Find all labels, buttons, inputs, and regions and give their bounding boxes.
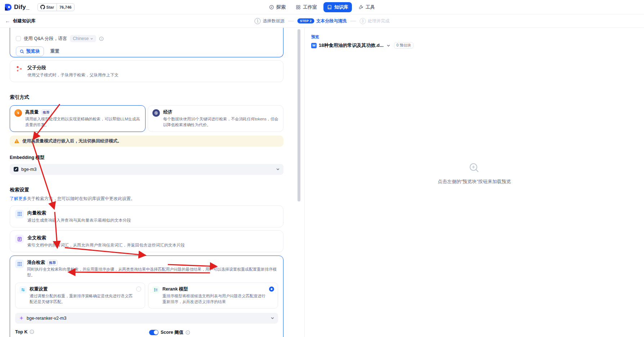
page-title: 创建知识库	[13, 18, 36, 24]
star-label: Star	[46, 5, 54, 9]
economical-title: 经济	[163, 109, 172, 115]
back-button[interactable]: ← 创建知识库	[5, 18, 36, 24]
hybrid-search-icon	[15, 260, 24, 268]
estimated-chunks-badge: 0 预估块	[394, 42, 413, 49]
index-method-heading: 索引方式	[10, 94, 283, 101]
back-arrow-icon: ←	[5, 18, 10, 23]
qa-segmentation-checkbox[interactable]	[16, 36, 21, 41]
qa-segmentation-row: 使用 Q&A 分段，语言 Chinese	[16, 35, 277, 42]
step-indicator: 1 选择数据源 STEP 2 文本分段与清洗 3 处理并完成	[255, 18, 390, 24]
qa-segmentation-label: 使用 Q&A 分段，语言	[24, 36, 67, 42]
learn-more-link[interactable]: 了解更多	[10, 196, 27, 201]
high-quality-title: 高质量	[25, 109, 39, 115]
economical-desc: 每个数据块使用10个关键词进行检索，不会消耗任何tokens，但会以降低检索准确…	[163, 116, 279, 128]
step-3-number: 3	[359, 18, 366, 24]
step-3: 3 处理并完成	[359, 18, 389, 24]
weight-settings-option[interactable]: 权重设置 通过调整分配的权重，重新排序策略确定是优先进行语义匹配还是关键字匹配。	[15, 283, 145, 309]
fulltext-search-title: 全文检索	[27, 235, 185, 241]
embedding-model-value: bge-m3	[21, 167, 36, 172]
parent-child-desc: 使用父子模式时，子块用于检索，父块用作上下文	[27, 72, 118, 78]
chevron-down-icon	[276, 167, 280, 171]
rerank-model-select[interactable]: bge-reranker-v2-m3	[15, 313, 278, 324]
index-option-high-quality[interactable]: 高质量 推荐 调用嵌入模型处理文档以实现更精确的检索，可以帮助LLM生成高质量的…	[10, 105, 146, 132]
language-value: Chinese	[73, 36, 89, 41]
rerank-model-icon	[152, 286, 160, 293]
nav-item-explore[interactable]: 探索	[265, 2, 289, 12]
index-option-economical[interactable]: 经济 每个数据块使用10个关键词进行检索，不会消耗任何tokens，但会以降低检…	[148, 105, 283, 132]
tools-icon	[358, 5, 363, 10]
score-threshold-toggle[interactable]	[149, 330, 158, 335]
knowledge-icon	[327, 5, 332, 10]
top-k-label: Top K	[15, 329, 27, 334]
preview-magnifier-icon	[468, 162, 480, 174]
step-divider	[288, 21, 294, 21]
retrieval-settings-heading: 检索设置	[10, 187, 283, 193]
weight-settings-title: 权重设置	[30, 286, 135, 292]
info-icon	[99, 36, 104, 41]
language-select[interactable]: Chinese	[70, 35, 96, 42]
nav-item-knowledge[interactable]: 知识库	[323, 2, 352, 12]
github-star-widget[interactable]: Star 76,746	[37, 3, 75, 11]
fulltext-search-desc: 索引文档中的所有词汇，从而允许用户查询任意词汇，并返回包含这些词汇的文本片段	[27, 242, 185, 248]
preview-empty-state: 点击左侧的“预览块”按钮来加载预览	[305, 162, 644, 185]
preview-badge: 预览	[311, 34, 638, 40]
nav-item-tools[interactable]: 工具	[355, 2, 379, 12]
dify-logo-icon	[4, 3, 12, 11]
retrieval-hint-text: 关于检索方法，您可以随时在知识库设置中更改此设置。	[27, 196, 135, 201]
info-icon	[185, 330, 190, 335]
vector-search-icon	[15, 210, 24, 218]
step-1-number: 1	[255, 18, 261, 24]
high-quality-desc: 调用嵌入模型处理文档以实现更精确的检索，可以帮助LLM生成高质量的答案。	[25, 116, 141, 128]
nav-label: 工作室	[303, 4, 317, 10]
hybrid-search-title: 混合检索	[27, 260, 45, 266]
segmentation-settings-panel: 使用 Q&A 分段，语言 Chinese 预览块 重置	[0, 28, 304, 337]
high-quality-icon	[14, 109, 22, 117]
preview-chunk-label: 预览块	[26, 48, 40, 54]
segmentation-actions: 预览块 重置	[16, 46, 277, 56]
primary-nav: 探索 工作室 知识库 工具	[265, 2, 379, 12]
dify-logo[interactable]: Dify_	[4, 3, 30, 11]
word-doc-icon: W	[311, 43, 317, 48]
preview-empty-text: 点击左侧的“预览块”按钮来加载预览	[438, 178, 511, 185]
rerank-model-desc: 重排序模型将根据候选文档列表与用户问题语义匹配度进行重新排序，从而改进语义排序的…	[162, 293, 268, 305]
vertical-scrollbar[interactable]	[298, 29, 300, 201]
embedding-model-icon	[13, 167, 19, 172]
rerank-model-option[interactable]: Rerank 模型 重排序模型将根据候选文档列表与用户问题语义匹配度进行重新排序…	[148, 283, 278, 309]
parent-child-segmentation-card[interactable]: 父子分段 使用父子模式时，子块用于检索，父块用作上下文	[10, 60, 283, 82]
weight-settings-desc: 通过调整分配的权重，重新排序策略确定是优先进行语义匹配还是关键字匹配。	[30, 293, 135, 305]
step-divider	[350, 21, 356, 21]
score-threshold-label: Score 阈值	[161, 329, 183, 336]
chevron-down-icon	[270, 316, 274, 320]
step-1: 1 选择数据源	[255, 18, 285, 24]
dify-logo-text: Dify_	[14, 4, 30, 11]
chevron-down-icon	[90, 37, 93, 40]
rerank-model-title: Rerank 模型	[162, 286, 268, 292]
nav-item-studio[interactable]: 工作室	[292, 2, 321, 12]
preview-chunk-button[interactable]: 预览块	[16, 46, 44, 56]
page-subheader: ← 创建知识库 1 选择数据源 STEP 2 文本分段与清洗 3 处理并完成	[0, 14, 644, 28]
warning-text: 使用高质量模式进行嵌入后，无法切换回经济模式。	[22, 138, 122, 144]
step-3-label: 处理并完成	[368, 18, 389, 24]
rerank-model-value: bge-reranker-v2-m3	[27, 316, 66, 321]
github-star-segment: Star	[38, 5, 57, 9]
top-navigation-bar: Dify_ Star 76,746 探索 工作室	[0, 0, 644, 14]
retrieval-option-fulltext[interactable]: 全文检索 索引文档中的所有词汇，从而允许用户查询任意词汇，并返回包含这些词汇的文…	[10, 230, 283, 252]
nav-label: 知识库	[334, 4, 348, 10]
document-selector[interactable]: W 18种食用油的常识及其功效.d... 0 预估块	[311, 42, 638, 49]
main-content: 使用 Q&A 分段，语言 Chinese 预览块 重置	[0, 28, 644, 337]
recommended-badge: 推荐	[47, 260, 58, 266]
retrieval-option-hybrid[interactable]: 混合检索 推荐 同时执行全文检索和向量检索，并应用重排序步骤，从两类查询结果中选…	[10, 256, 283, 337]
magnifier-icon	[20, 49, 24, 54]
weight-settings-radio[interactable]	[136, 287, 141, 292]
general-segmentation-card[interactable]: 使用 Q&A 分段，语言 Chinese 预览块 重置	[10, 28, 283, 57]
parent-child-icon	[15, 65, 24, 73]
hybrid-controls: Top K 3	[15, 329, 278, 337]
embedding-model-select[interactable]: bge-m3	[10, 164, 283, 175]
retrieval-option-vector[interactable]: 向量检索 通过生成查询嵌入并查询与其向量表示最相似的文本分段	[10, 205, 283, 227]
nav-label: 工具	[366, 4, 375, 10]
rerank-model-radio[interactable]	[269, 287, 274, 292]
parent-child-title: 父子分段	[27, 65, 118, 71]
step-2-badge: STEP 2	[298, 18, 314, 23]
rerank-model-provider-icon	[19, 315, 24, 321]
reset-button[interactable]: 重置	[50, 48, 59, 54]
